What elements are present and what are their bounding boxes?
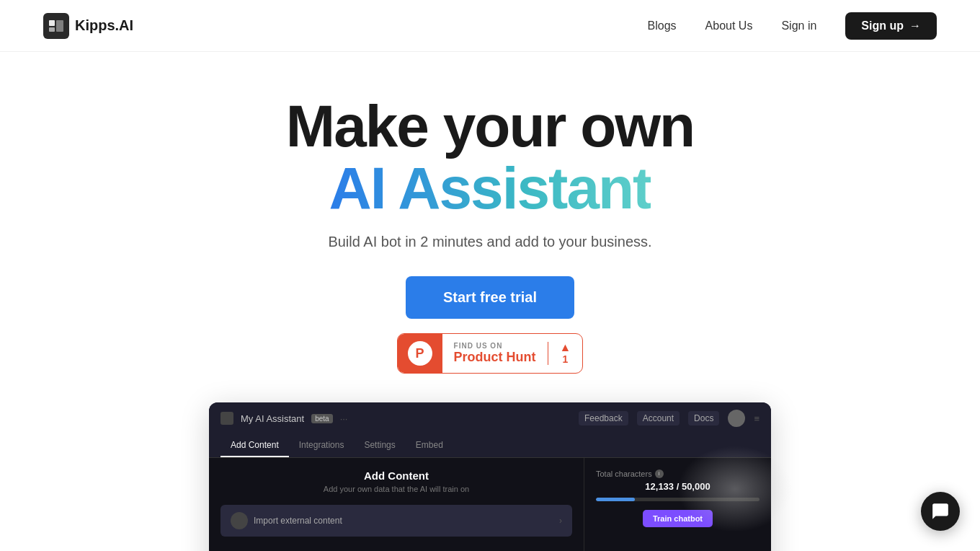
sc-tab-integrations[interactable]: Integrations [289, 434, 355, 457]
chat-bubble-button[interactable] [921, 492, 960, 531]
nav-signup-button[interactable]: Sign up → [845, 12, 937, 40]
sc-import-label: Import external content [254, 516, 342, 526]
ph-upvote-arrow: ▲ [560, 342, 571, 353]
nav-blogs[interactable]: Blogs [648, 19, 677, 32]
sc-chars-count: 12,133 / 50,000 [596, 481, 760, 492]
sc-topbar-right: Feedback Account Docs ≡ [579, 410, 760, 427]
sc-app-title: My AI Assistant [241, 413, 304, 424]
sc-menu-icon: ≡ [754, 413, 760, 424]
ph-middle: FIND US ON Product Hunt [442, 336, 548, 371]
product-hunt-badge[interactable]: P FIND US ON Product Hunt ▲ 1 [397, 333, 584, 374]
sc-body-left: Add Content Add your own data that the A… [209, 458, 584, 551]
hero-title-line2: AI Assistant [329, 157, 651, 219]
sc-progress-bar [596, 498, 760, 501]
nav-about[interactable]: About Us [705, 19, 753, 32]
sc-progress-fill [596, 498, 635, 501]
ph-product-hunt-label: Product Hunt [454, 350, 536, 365]
sc-body: Add Content Add your own data that the A… [209, 458, 771, 551]
sc-body-right: Total characters i 12,133 / 50,000 Train… [584, 458, 771, 551]
ph-vote-section: ▲ 1 [548, 342, 583, 365]
hero-title-line1: Make your own [286, 95, 694, 157]
ph-p-icon: P [408, 341, 432, 366]
sc-beta-badge: beta [311, 414, 332, 423]
sc-account-btn[interactable]: Account [637, 411, 680, 426]
sc-info-icon: i [655, 470, 664, 478]
sc-dots: ··· [340, 413, 348, 424]
app-screenshot: My AI Assistant beta ··· Feedback Accoun… [209, 402, 771, 551]
hero-section: Make your own AI Assistant Build AI bot … [0, 52, 980, 551]
sc-chars-label: Total characters i [596, 470, 760, 478]
sc-topbar: My AI Assistant beta ··· Feedback Accoun… [209, 402, 771, 434]
navbar: Kipps.AI Blogs About Us Sign in Sign up … [0, 0, 980, 52]
chat-bubble-icon [931, 502, 950, 521]
sc-app-icon [220, 412, 233, 425]
svg-rect-2 [49, 27, 55, 32]
nav-links: Blogs About Us Sign in Sign up → [648, 12, 937, 40]
svg-rect-1 [49, 20, 55, 26]
sc-tab-embed[interactable]: Embed [406, 434, 453, 457]
logo-link[interactable]: Kipps.AI [43, 13, 133, 39]
start-trial-button[interactable]: Start free trial [406, 276, 574, 319]
ph-upvote-count: 1 [563, 353, 569, 365]
logo-text: Kipps.AI [75, 17, 133, 34]
sc-docs-btn[interactable]: Docs [688, 411, 719, 426]
sc-feedback-btn[interactable]: Feedback [579, 411, 628, 426]
sc-section-sub: Add your own data that the AI will train… [220, 485, 572, 493]
logo-icon [43, 13, 69, 39]
ph-find-us-label: FIND US ON [454, 342, 536, 350]
sc-import-arrow: › [559, 516, 562, 526]
sc-topbar-left: My AI Assistant beta ··· [220, 412, 347, 425]
sc-user-avatar [728, 410, 745, 427]
sc-train-btn[interactable]: Train chatbot [643, 510, 713, 527]
sc-import-btn[interactable]: Import external content › [220, 505, 572, 537]
sc-section-title: Add Content [220, 470, 572, 482]
sc-tab-settings[interactable]: Settings [354, 434, 405, 457]
svg-rect-3 [56, 20, 63, 32]
hero-subtitle: Build AI bot in 2 minutes and add to you… [328, 234, 651, 250]
sc-import-icon [231, 512, 248, 529]
sc-tab-add-content[interactable]: Add Content [220, 434, 289, 457]
nav-signin[interactable]: Sign in [781, 19, 816, 32]
sc-tabs: Add Content Integrations Settings Embed [209, 434, 771, 458]
ph-left-bg: P [398, 334, 442, 373]
